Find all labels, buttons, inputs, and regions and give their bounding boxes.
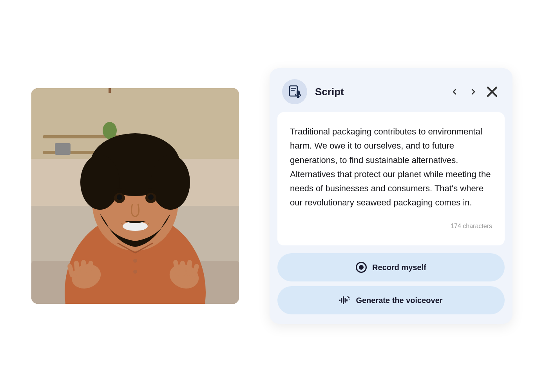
panel-title: Script bbox=[315, 86, 447, 98]
forward-button[interactable] bbox=[465, 84, 481, 100]
svg-rect-5 bbox=[109, 88, 111, 93]
svg-point-21 bbox=[133, 270, 137, 274]
script-icon bbox=[288, 85, 301, 98]
voiceover-icon bbox=[339, 295, 350, 306]
record-icon bbox=[356, 262, 367, 273]
svg-point-4 bbox=[103, 122, 117, 139]
svg-point-17 bbox=[117, 194, 122, 200]
svg-rect-40 bbox=[343, 296, 344, 304]
panel-header: Script bbox=[270, 68, 512, 112]
nav-buttons bbox=[447, 84, 500, 100]
back-button[interactable] bbox=[447, 84, 462, 100]
back-arrow-icon bbox=[450, 87, 459, 96]
generate-voiceover-label: Generate the voiceover bbox=[356, 296, 442, 305]
svg-point-44 bbox=[349, 299, 351, 300]
svg-rect-32 bbox=[290, 86, 297, 96]
svg-rect-6 bbox=[55, 143, 71, 155]
main-container: Script Tra bbox=[0, 0, 536, 392]
script-panel: Script Tra bbox=[270, 68, 512, 324]
svg-point-45 bbox=[348, 296, 349, 297]
svg-point-13 bbox=[80, 155, 120, 210]
close-icon bbox=[484, 84, 500, 100]
svg-rect-33 bbox=[291, 88, 296, 89]
svg-rect-39 bbox=[341, 298, 342, 303]
generate-voiceover-button[interactable]: Generate the voiceover bbox=[277, 286, 505, 314]
char-count: 174 characters bbox=[290, 223, 492, 230]
panel-icon-circle bbox=[282, 79, 307, 104]
person-photo bbox=[31, 88, 239, 304]
svg-point-20 bbox=[133, 259, 137, 263]
svg-rect-35 bbox=[297, 91, 300, 96]
svg-point-43 bbox=[348, 297, 349, 298]
script-text: Traditional packaging contributes to env… bbox=[290, 125, 492, 210]
panel-actions: Record myself bbox=[270, 245, 512, 324]
svg-point-18 bbox=[148, 194, 154, 200]
svg-rect-41 bbox=[345, 298, 346, 303]
svg-point-14 bbox=[151, 155, 190, 210]
svg-rect-38 bbox=[339, 299, 340, 301]
record-myself-button[interactable]: Record myself bbox=[277, 253, 505, 281]
record-myself-label: Record myself bbox=[372, 263, 426, 272]
close-button[interactable] bbox=[484, 84, 500, 100]
svg-rect-42 bbox=[346, 299, 348, 301]
svg-rect-34 bbox=[291, 90, 295, 91]
forward-arrow-icon bbox=[469, 87, 478, 96]
script-content-area: Traditional packaging contributes to env… bbox=[277, 112, 505, 245]
